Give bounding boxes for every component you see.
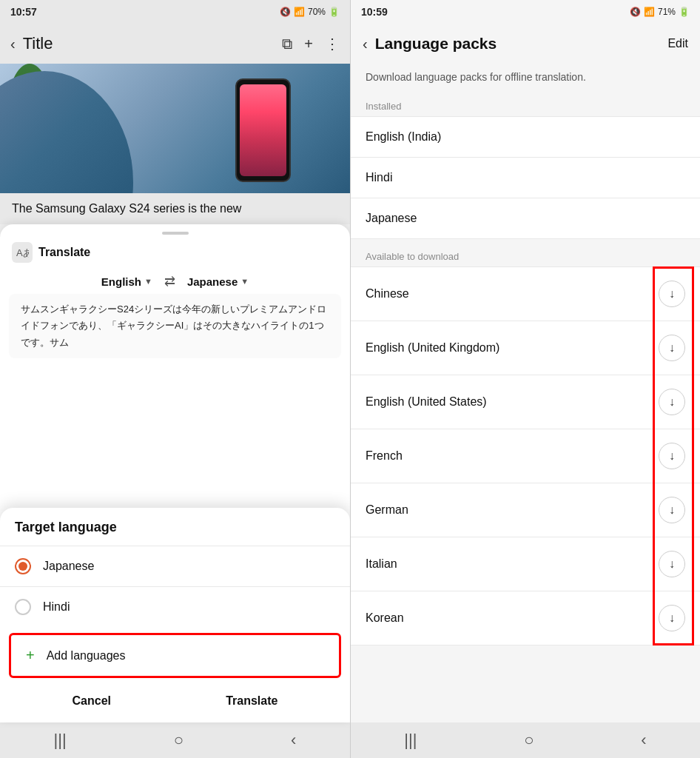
right-battery-text: 71% bbox=[658, 7, 676, 17]
right-home-icon[interactable]: ○ bbox=[524, 731, 534, 750]
source-lang-button[interactable]: English ▼ bbox=[101, 275, 152, 288]
lang-name-hindi: Hindi bbox=[366, 171, 392, 184]
cancel-button[interactable]: Cancel bbox=[73, 694, 111, 708]
list-item-english-us: English (United States) ↓ bbox=[351, 375, 700, 429]
right-wifi-icon: 📶 bbox=[644, 7, 655, 17]
lang-option-japanese-label: Japanese bbox=[43, 560, 94, 573]
description-text: Download language packs for offline tran… bbox=[351, 64, 700, 95]
translate-panel: Aあ Translate English ▼ ⇄ Japanese ▼ サムスン… bbox=[0, 224, 350, 722]
lang-name-italian: Italian bbox=[366, 557, 397, 571]
bottom-buttons: Cancel Translate bbox=[0, 684, 350, 722]
battery-icon: 🔋 bbox=[329, 7, 340, 17]
lang-option-hindi-label: Hindi bbox=[43, 600, 70, 614]
installed-list: English (India) Hindi Japanese bbox=[351, 116, 700, 239]
target-lang-button[interactable]: Japanese ▼ bbox=[187, 275, 249, 288]
translate-icon: Aあ bbox=[12, 242, 33, 263]
left-top-bar: ‹ Title ⧉ + ⋮ bbox=[0, 24, 350, 64]
target-lang-overlay: Target language Japanese Hindi + Add lan… bbox=[0, 508, 350, 722]
lang-name-french: French bbox=[366, 449, 403, 463]
article-image bbox=[0, 64, 350, 193]
translate-header: Aあ Translate bbox=[0, 239, 350, 269]
source-lang-chevron: ▼ bbox=[144, 277, 152, 286]
right-status-bar: 10:59 🔇 📶 71% 🔋 bbox=[351, 0, 700, 24]
add-languages-label: Add languages bbox=[47, 649, 126, 663]
lang-name-english-uk: English (United Kingdom) bbox=[366, 341, 499, 355]
lang-option-hindi[interactable]: Hindi bbox=[0, 586, 350, 627]
download-english-uk-button[interactable]: ↓ bbox=[659, 335, 685, 361]
right-content: Download language packs for offline tran… bbox=[351, 64, 700, 722]
lang-option-japanese[interactable]: Japanese bbox=[0, 546, 350, 586]
list-item-german: German ↓ bbox=[351, 483, 700, 537]
right-page-title: Language packs bbox=[375, 35, 661, 53]
lang-name-japanese: Japanese bbox=[366, 212, 417, 225]
page-title: Title bbox=[23, 34, 275, 53]
left-status-icons: 🔇 📶 70% 🔋 bbox=[280, 7, 340, 17]
lang-name-korean: Korean bbox=[366, 611, 404, 625]
back-nav-icon[interactable]: ‹ bbox=[291, 731, 296, 750]
installed-label: Installed bbox=[351, 95, 700, 116]
download-italian-button[interactable]: ↓ bbox=[659, 551, 685, 577]
battery-text: 70% bbox=[308, 7, 326, 17]
right-top-bar: ‹ Language packs Edit bbox=[351, 24, 700, 64]
translate-button[interactable]: Translate bbox=[226, 694, 277, 708]
phone-mockup bbox=[235, 78, 291, 182]
right-battery-icon: 🔋 bbox=[679, 7, 690, 17]
recent-apps-icon[interactable]: ||| bbox=[54, 731, 67, 750]
lang-name-chinese: Chinese bbox=[366, 287, 409, 301]
mute-icon: 🔇 bbox=[280, 7, 291, 17]
download-korean-button[interactable]: ↓ bbox=[659, 605, 685, 631]
list-item-korean: Korean ↓ bbox=[351, 591, 700, 645]
swap-langs-button[interactable]: ⇄ bbox=[164, 273, 175, 289]
add-tab-icon[interactable]: + bbox=[304, 36, 313, 53]
list-item-hindi: Hindi bbox=[351, 158, 700, 198]
right-bottom-nav: ||| ○ ‹ bbox=[351, 722, 700, 758]
more-icon[interactable]: ⋮ bbox=[325, 35, 340, 53]
list-item-french: French ↓ bbox=[351, 429, 700, 483]
hand-decoration bbox=[0, 64, 133, 193]
lang-name-english-india: English (India) bbox=[366, 130, 441, 144]
top-bar-icons: ⧉ + ⋮ bbox=[282, 35, 340, 53]
left-time: 10:57 bbox=[10, 6, 37, 18]
back-button[interactable]: ‹ bbox=[10, 36, 16, 53]
list-item-chinese: Chinese ↓ bbox=[351, 266, 700, 321]
add-languages-button[interactable]: + Add languages bbox=[9, 633, 341, 678]
book-icon[interactable]: ⧉ bbox=[282, 36, 292, 53]
panel-handle bbox=[162, 232, 189, 235]
download-english-us-button[interactable]: ↓ bbox=[659, 389, 685, 415]
edit-button[interactable]: Edit bbox=[667, 37, 688, 50]
available-label: Available to download bbox=[351, 245, 700, 266]
target-lang-chevron: ▼ bbox=[240, 277, 249, 286]
right-back-nav-icon[interactable]: ‹ bbox=[641, 731, 646, 750]
right-back-button[interactable]: ‹ bbox=[363, 36, 368, 53]
translate-langs: English ▼ ⇄ Japanese ▼ bbox=[0, 269, 350, 294]
right-mute-icon: 🔇 bbox=[630, 7, 641, 17]
article-text: The Samsung Galaxy S24 series is the new bbox=[0, 193, 350, 224]
right-time: 10:59 bbox=[361, 6, 388, 18]
available-list: Chinese ↓ English (United Kingdom) ↓ Eng… bbox=[351, 266, 700, 645]
home-icon[interactable]: ○ bbox=[174, 731, 184, 750]
radio-japanese bbox=[15, 558, 31, 574]
radio-hindi bbox=[15, 599, 31, 615]
target-lang-title: Target language bbox=[0, 520, 350, 546]
left-phone: 10:57 🔇 📶 70% 🔋 ‹ Title ⧉ + ⋮ The Samsun… bbox=[0, 0, 350, 758]
download-german-button[interactable]: ↓ bbox=[659, 497, 685, 523]
list-item-japanese: Japanese bbox=[351, 198, 700, 239]
translate-label: Translate bbox=[38, 246, 90, 259]
wifi-icon: 📶 bbox=[294, 7, 305, 17]
lang-name-english-us: English (United States) bbox=[366, 395, 487, 409]
phone-screen bbox=[240, 84, 286, 176]
list-item-english-uk: English (United Kingdom) ↓ bbox=[351, 321, 700, 375]
right-status-icons: 🔇 📶 71% 🔋 bbox=[630, 7, 690, 17]
lang-name-german: German bbox=[366, 503, 408, 517]
download-chinese-button[interactable]: ↓ bbox=[659, 281, 685, 307]
left-status-bar: 10:57 🔇 📶 70% 🔋 bbox=[0, 0, 350, 24]
list-item-english-india: English (India) bbox=[351, 116, 700, 158]
right-recent-apps-icon[interactable]: ||| bbox=[404, 731, 417, 750]
left-bottom-nav: ||| ○ ‹ bbox=[0, 722, 350, 758]
translated-text: サムスンギャラクシーS24シリーズは今年の新しいプレミアムアンドロイドフォンであ… bbox=[9, 294, 341, 358]
list-item-italian: Italian ↓ bbox=[351, 537, 700, 591]
svg-text:Aあ: Aあ bbox=[16, 247, 29, 258]
plus-icon: + bbox=[26, 647, 35, 664]
right-phone: 10:59 🔇 📶 71% 🔋 ‹ Language packs Edit Do… bbox=[350, 0, 700, 758]
download-french-button[interactable]: ↓ bbox=[659, 443, 685, 469]
